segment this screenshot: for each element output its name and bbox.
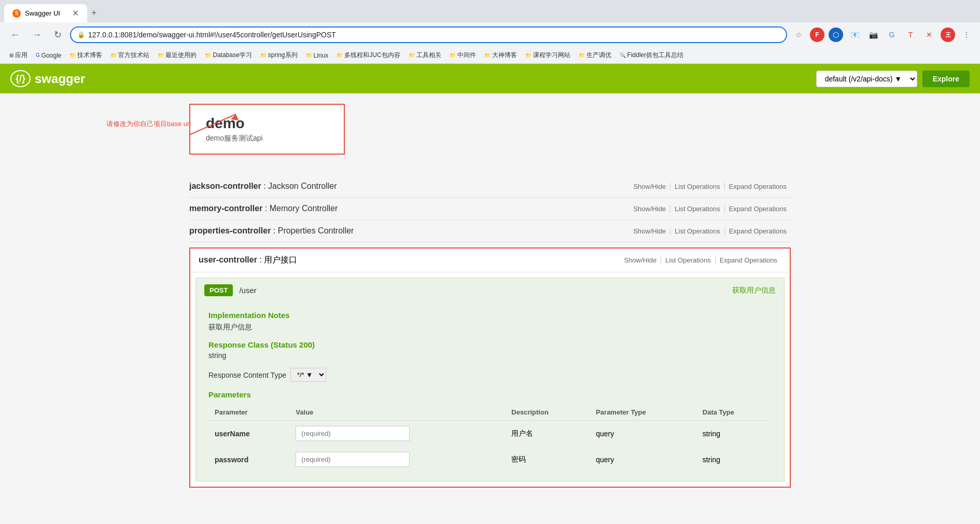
bookmark-label: Google bbox=[41, 52, 62, 59]
jackson-list-ops[interactable]: List Operations bbox=[670, 183, 724, 190]
bookmark-label: Linux bbox=[314, 52, 329, 59]
properties-show-hide[interactable]: Show/Hide bbox=[629, 227, 670, 235]
bookmark-star-icon[interactable]: ☆ bbox=[791, 27, 806, 42]
memory-show-hide[interactable]: Show/Hide bbox=[629, 205, 670, 213]
extension-icon-3[interactable]: 📷 bbox=[866, 27, 880, 42]
username-param-value[interactable] bbox=[289, 421, 505, 447]
google-icon: G bbox=[36, 52, 40, 58]
user-controller-title: user-controller : 用户接口 bbox=[199, 255, 620, 266]
bookmark-database[interactable]: 📁 Database学习 bbox=[202, 49, 255, 61]
bookmarks-bar: ⊞ 应用 G Google 📁 技术博客 📁 官方技术站 📁 最近使用的 📁 D… bbox=[0, 47, 980, 64]
explore-button[interactable]: Explore bbox=[922, 71, 970, 87]
password-param-value[interactable] bbox=[289, 447, 505, 473]
param-col-header: Parameter bbox=[208, 404, 289, 421]
bookmark-official[interactable]: 📁 官方技术站 bbox=[107, 49, 152, 61]
url-text: 127.0.0.1:8081/demo/swagger-ui.html#!/us… bbox=[88, 31, 780, 39]
active-tab[interactable]: S Swagger UI ✕ bbox=[4, 4, 87, 22]
lock-icon: 🔒 bbox=[77, 31, 85, 38]
reload-button[interactable]: ↻ bbox=[50, 27, 66, 43]
bookmark-recent[interactable]: 📁 最近使用的 bbox=[155, 49, 200, 61]
content-type-row: Response Content Type */* ▼ bbox=[208, 368, 772, 382]
bookmark-linux[interactable]: 📁 Linux bbox=[303, 50, 332, 61]
tab-bar: S Swagger UI ✕ + bbox=[0, 0, 980, 22]
bookmark-juc[interactable]: 📁 多线程和JUC包内容 bbox=[333, 49, 403, 61]
controller-list: jackson-controller : Jackson Controller … bbox=[189, 175, 791, 488]
post-endpoint: POST /user 获取用户信息 Implementation Notes 获… bbox=[195, 278, 785, 481]
bookmark-tools[interactable]: 📁 工具相关 bbox=[405, 49, 444, 61]
memory-controller-name: memory-controller : Memory Controller bbox=[189, 204, 629, 213]
extension-icon-4[interactable]: G bbox=[885, 27, 899, 42]
user-controller-actions: Show/Hide List Operations Expand Operati… bbox=[620, 256, 781, 264]
jackson-show-hide[interactable]: Show/Hide bbox=[629, 183, 670, 190]
extension-icon-5[interactable]: T bbox=[903, 27, 918, 42]
folder-icon-3: 📁 bbox=[158, 52, 164, 58]
tab-close-button[interactable]: ✕ bbox=[72, 8, 79, 18]
memory-controller-row: memory-controller : Memory Controller Sh… bbox=[189, 198, 791, 220]
api-docs-select[interactable]: default (/v2/api-docs) ▼ bbox=[816, 71, 917, 87]
user-list-ops[interactable]: List Operations bbox=[661, 256, 715, 264]
bookmark-google[interactable]: G Google bbox=[33, 50, 64, 61]
properties-expand-ops[interactable]: Expand Operations bbox=[725, 227, 791, 235]
bookmark-fiddler[interactable]: 🔍 Fiddler抓包工具总结 bbox=[617, 49, 687, 61]
profile-icon[interactable]: F bbox=[810, 27, 824, 42]
bookmark-label: 大神博客 bbox=[492, 51, 517, 60]
memory-list-ops[interactable]: List Operations bbox=[670, 205, 724, 213]
bookmark-production[interactable]: 📁 生产调优 bbox=[576, 49, 614, 61]
bookmark-apps[interactable]: ⊞ 应用 bbox=[6, 49, 31, 61]
endpoint-details: Implementation Notes 获取用户信息 Response Cla… bbox=[196, 302, 784, 481]
endpoint-header: POST /user 获取用户信息 bbox=[196, 278, 784, 302]
password-input[interactable] bbox=[296, 452, 410, 467]
folder-icon-11: 📁 bbox=[525, 52, 531, 58]
params-table-header: Parameter Value Description Parameter Ty… bbox=[208, 404, 772, 421]
menu-dots-icon[interactable]: ⋮ bbox=[959, 27, 974, 42]
password-param-type: query bbox=[590, 447, 696, 473]
forward-button[interactable]: → bbox=[28, 27, 46, 43]
bookmark-label: 多线程和JUC包内容 bbox=[344, 51, 400, 60]
user-show-hide[interactable]: Show/Hide bbox=[620, 256, 661, 264]
response-type: string bbox=[208, 351, 772, 360]
browser-chrome: S Swagger UI ✕ + ← → ↻ 🔒 127.0.0.1:8081/… bbox=[0, 0, 980, 64]
extension-icon-2[interactable]: 📧 bbox=[847, 27, 862, 42]
bookmark-middleware[interactable]: 📁 中间件 bbox=[446, 49, 479, 61]
tab-favicon: S bbox=[12, 9, 21, 18]
bookmark-course[interactable]: 📁 课程学习网站 bbox=[522, 49, 573, 61]
swagger-logo: {/} swagger bbox=[10, 70, 85, 87]
desc-col-header: Description bbox=[505, 404, 590, 421]
extension-icon-1[interactable]: ⬡ bbox=[829, 27, 843, 42]
memory-expand-ops[interactable]: Expand Operations bbox=[725, 205, 791, 213]
username-input[interactable] bbox=[296, 426, 410, 441]
extension-icon-6[interactable]: ✕ bbox=[922, 27, 936, 42]
user-controller-header: user-controller : 用户接口 Show/Hide List Op… bbox=[190, 249, 790, 272]
back-button[interactable]: ← bbox=[6, 27, 24, 43]
jackson-controller-row: jackson-controller : Jackson Controller … bbox=[189, 175, 791, 198]
bookmark-tech-blog[interactable]: 📁 技术博客 bbox=[66, 49, 105, 61]
swagger-content: 请修改为你自己项目base url demo demo服务测试api jacks… bbox=[179, 93, 801, 498]
content-type-select[interactable]: */* ▼ bbox=[290, 368, 326, 382]
bookmark-label: 生产调优 bbox=[586, 51, 611, 60]
properties-list-ops[interactable]: List Operations bbox=[670, 227, 724, 235]
user-expand-ops[interactable]: Expand Operations bbox=[716, 256, 781, 264]
bookmark-label: 工具相关 bbox=[416, 51, 441, 60]
bookmark-label: Database学习 bbox=[213, 51, 251, 60]
bookmark-master[interactable]: 📁 大神博客 bbox=[481, 49, 520, 61]
post-method-badge[interactable]: POST bbox=[204, 284, 233, 296]
parameters-title: Parameters bbox=[208, 390, 772, 399]
user-avatar[interactable]: 王 bbox=[941, 27, 955, 42]
properties-controller-name: properties-controller : Properties Contr… bbox=[189, 226, 629, 236]
folder-icon-10: 📁 bbox=[484, 52, 491, 58]
swagger-container: {/} swagger default (/v2/api-docs) ▼ Exp… bbox=[0, 64, 980, 498]
apps-icon: ⊞ bbox=[9, 52, 13, 58]
username-param-name: userName bbox=[208, 421, 289, 447]
params-table-body: userName 用户名 query string password bbox=[208, 421, 772, 473]
jackson-expand-ops[interactable]: Expand Operations bbox=[725, 183, 791, 190]
demo-section: 请修改为你自己项目base url demo demo服务测试api bbox=[189, 104, 791, 165]
parameters-table: Parameter Value Description Parameter Ty… bbox=[208, 404, 772, 473]
swagger-controls: default (/v2/api-docs) ▼ Explore bbox=[816, 71, 970, 87]
endpoint-path: /user bbox=[239, 286, 726, 295]
password-data-type: string bbox=[696, 447, 772, 473]
folder-icon-2: 📁 bbox=[110, 52, 117, 58]
bookmark-spring[interactable]: 📁 spring系列 bbox=[257, 49, 301, 61]
new-tab-button[interactable]: + bbox=[91, 8, 97, 19]
bookmark-label: 最近使用的 bbox=[165, 51, 197, 60]
address-bar[interactable]: 🔒 127.0.0.1:8081/demo/swagger-ui.html#!/… bbox=[70, 26, 787, 43]
